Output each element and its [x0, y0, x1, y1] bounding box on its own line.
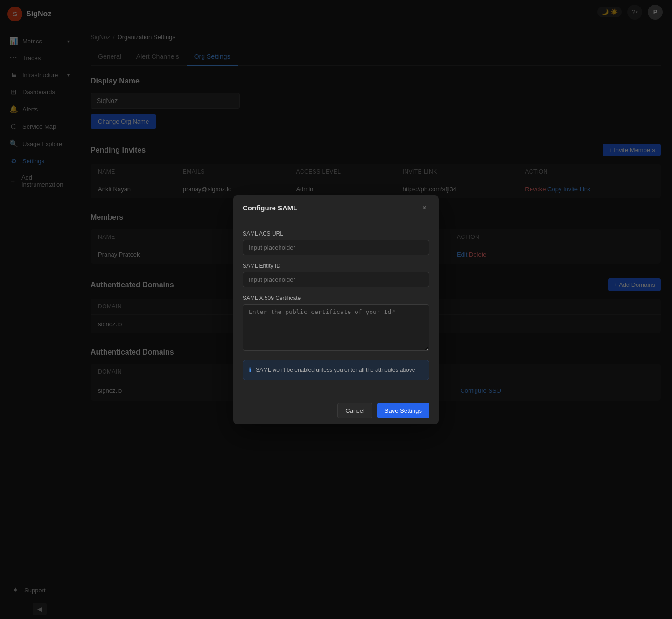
cancel-button[interactable]: Cancel — [337, 403, 372, 418]
saml-acs-url-group: SAML ACS URL — [243, 230, 429, 255]
saml-entity-id-label: SAML Entity ID — [243, 263, 429, 269]
modal-title: Configure SAML — [243, 204, 298, 212]
saml-entity-id-input[interactable] — [243, 272, 429, 287]
saml-entity-id-group: SAML Entity ID — [243, 263, 429, 287]
modal-overlay[interactable]: Configure SAML × SAML ACS URL SAML Entit… — [0, 0, 672, 619]
saml-acs-url-input[interactable] — [243, 240, 429, 255]
saml-certificate-group: SAML X.509 Certificate — [243, 295, 429, 352]
modal-header: Configure SAML × — [233, 195, 439, 221]
saml-info-text: SAML won't be enabled unless you enter a… — [256, 366, 415, 374]
modal-footer: Cancel Save Settings — [233, 397, 439, 424]
modal-close-button[interactable]: × — [420, 203, 429, 213]
saml-acs-url-label: SAML ACS URL — [243, 230, 429, 237]
saml-info-box: ℹ SAML won't be enabled unless you enter… — [243, 360, 429, 380]
saml-certificate-label: SAML X.509 Certificate — [243, 295, 429, 301]
save-settings-button[interactable]: Save Settings — [377, 403, 429, 418]
saml-certificate-input[interactable] — [243, 304, 429, 351]
info-icon: ℹ — [249, 366, 251, 374]
configure-saml-modal: Configure SAML × SAML ACS URL SAML Entit… — [233, 195, 439, 424]
modal-body: SAML ACS URL SAML Entity ID SAML X.509 C… — [233, 221, 439, 397]
